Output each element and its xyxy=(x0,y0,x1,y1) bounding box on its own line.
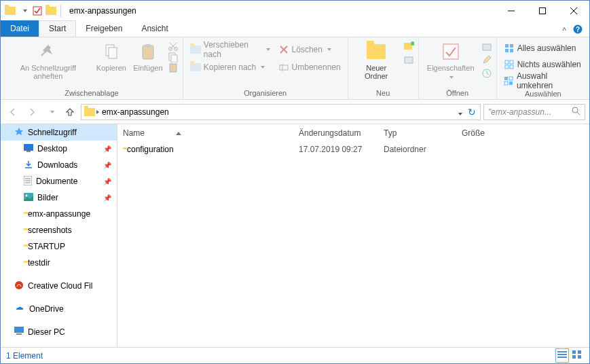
svg-point-39 xyxy=(572,107,578,113)
address-bar[interactable]: emx-anpassungen ↻ xyxy=(81,104,481,120)
breadcrumb-current[interactable]: emx-anpassungen xyxy=(99,107,172,117)
quick-access-toolbar xyxy=(5,5,56,16)
select-none-button[interactable]: Nichts auswählen xyxy=(501,57,585,72)
new-folder-button[interactable]: Neuer Ordner xyxy=(352,39,401,81)
maximize-button[interactable] xyxy=(527,1,558,21)
copy-to-button[interactable]: Kopieren nach xyxy=(187,60,273,75)
recent-button[interactable] xyxy=(43,104,59,120)
paste-icon xyxy=(137,41,159,62)
delete-button[interactable]: Löschen xyxy=(276,42,344,57)
ribbon: An Schnellzugriff anheften Kopieren Einf… xyxy=(1,37,589,100)
onedrive-icon xyxy=(14,304,25,314)
back-button[interactable] xyxy=(5,104,21,120)
qat-dropdown-icon[interactable] xyxy=(18,5,29,16)
group-label-new: Neu xyxy=(352,88,414,99)
column-date[interactable]: Änderungsdatum xyxy=(299,128,384,138)
invert-selection-button[interactable]: Auswahl umkehren xyxy=(501,73,585,88)
sidebar-item-screenshots[interactable]: screenshots xyxy=(1,222,117,238)
sidebar-item-startup[interactable]: STARTUP xyxy=(1,238,117,255)
history-icon[interactable] xyxy=(481,68,492,79)
tab-view[interactable]: Ansicht xyxy=(132,20,177,37)
collapse-ribbon-icon[interactable]: ^ xyxy=(562,26,566,35)
properties-icon[interactable] xyxy=(32,5,43,16)
pin-icon: 📌 xyxy=(103,145,111,153)
tab-start[interactable]: Start xyxy=(39,20,76,37)
rename-button[interactable]: Umbenennen xyxy=(276,60,344,75)
svg-rect-31 xyxy=(505,60,509,64)
desktop-icon xyxy=(24,144,33,154)
sidebar-item-documents[interactable]: Dokumente📌 xyxy=(1,173,117,189)
copy-path-icon[interactable] xyxy=(168,52,179,62)
sidebar-item-this-pc[interactable]: Dieser PC xyxy=(1,324,117,340)
sidebar-item-emx[interactable]: emx-anpassunge xyxy=(1,206,117,222)
refresh-icon[interactable]: ↻ xyxy=(465,107,479,117)
pin-icon xyxy=(37,41,59,62)
sidebar-item-downloads[interactable]: Downloads📌 xyxy=(1,157,117,173)
details-view-button[interactable] xyxy=(555,348,569,363)
address-dropdown-icon[interactable] xyxy=(454,106,465,118)
search-input[interactable]: "emx-anpassun... xyxy=(483,104,585,120)
tab-share[interactable]: Freigeben xyxy=(76,20,132,37)
new-item-icon[interactable] xyxy=(403,41,414,52)
easy-access-icon[interactable] xyxy=(403,54,414,65)
tab-file[interactable]: Datei xyxy=(1,20,39,37)
svg-rect-41 xyxy=(24,144,33,151)
paste-shortcut-icon[interactable] xyxy=(168,62,179,73)
forward-button[interactable] xyxy=(24,104,40,120)
copy-to-icon xyxy=(190,62,201,73)
sort-ascending-icon xyxy=(176,132,181,135)
column-size[interactable]: Größe xyxy=(462,128,584,138)
sidebar-item-onedrive[interactable]: OneDrive xyxy=(1,301,117,317)
pc-icon xyxy=(14,327,24,338)
column-type[interactable]: Typ xyxy=(384,128,462,138)
svg-rect-34 xyxy=(510,65,513,69)
sidebar-item-quick-access[interactable]: Schnellzugriff xyxy=(1,124,117,141)
paste-button[interactable]: Einfügen xyxy=(131,39,165,73)
svg-rect-35 xyxy=(504,77,508,80)
sidebar-item-desktop[interactable]: Desktop📌 xyxy=(1,141,117,157)
pin-icon: 📌 xyxy=(103,178,111,185)
close-button[interactable] xyxy=(558,1,589,21)
copy-button[interactable]: Kopieren xyxy=(94,39,128,73)
new-folder-icon xyxy=(365,41,387,62)
properties-button[interactable]: Eigenschaften xyxy=(423,39,479,81)
svg-line-7 xyxy=(41,52,45,56)
svg-rect-15 xyxy=(171,55,177,62)
folder-icon xyxy=(45,5,56,16)
edit-icon[interactable] xyxy=(481,54,492,65)
svg-rect-9 xyxy=(109,48,117,58)
svg-rect-27 xyxy=(505,44,509,48)
svg-rect-25 xyxy=(483,44,491,50)
pictures-icon xyxy=(24,193,33,203)
rename-icon xyxy=(278,62,289,73)
star-icon xyxy=(14,127,24,139)
sidebar-item-creative-cloud[interactable]: Creative Cloud Fil xyxy=(1,278,117,294)
sidebar-item-pictures[interactable]: Bilder📌 xyxy=(1,189,117,206)
status-bar: 1 Element xyxy=(1,347,589,363)
large-icons-view-button[interactable] xyxy=(570,348,584,363)
svg-point-49 xyxy=(26,194,28,196)
file-list: Name Änderungsdatum Typ Größe configurat… xyxy=(117,124,589,347)
cut-icon[interactable] xyxy=(168,41,179,52)
svg-rect-55 xyxy=(557,357,567,358)
pin-to-quick-access-button[interactable]: An Schnellzugriff anheften xyxy=(5,39,92,81)
move-to-button[interactable]: Verschieben nach xyxy=(187,42,273,57)
open-icon[interactable] xyxy=(481,41,492,52)
search-placeholder: "emx-anpassun... xyxy=(488,107,571,117)
select-all-button[interactable]: Alles auswählen xyxy=(501,41,585,56)
svg-rect-28 xyxy=(510,44,513,48)
svg-rect-59 xyxy=(578,355,581,359)
svg-rect-57 xyxy=(578,350,581,354)
svg-rect-32 xyxy=(510,60,513,64)
file-name: configuration xyxy=(127,145,174,154)
svg-rect-33 xyxy=(505,65,509,69)
sidebar-item-testdir[interactable]: testdir xyxy=(1,255,117,271)
svg-text:?: ? xyxy=(576,26,580,33)
help-icon[interactable]: ? xyxy=(573,24,583,37)
invert-selection-icon xyxy=(504,75,514,86)
group-label-clipboard: Zwischenablage xyxy=(5,88,179,99)
minimize-button[interactable] xyxy=(496,1,527,21)
up-button[interactable] xyxy=(62,104,78,120)
file-row[interactable]: configuration 17.07.2019 09:27 Dateiordn… xyxy=(117,142,589,157)
column-name[interactable]: Name xyxy=(123,128,299,138)
